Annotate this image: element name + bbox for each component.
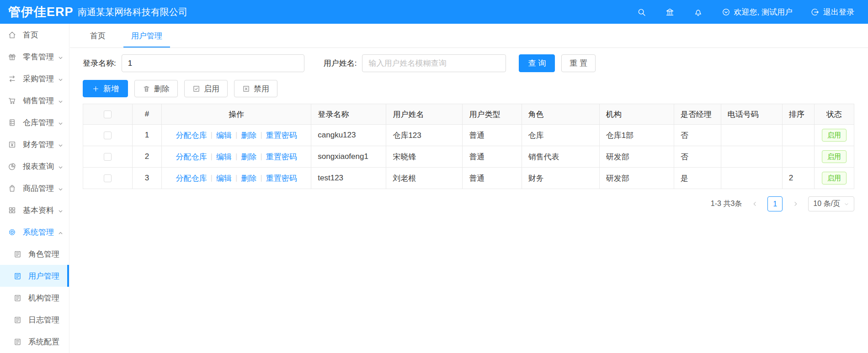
row-index: 2 bbox=[133, 146, 162, 168]
sidebar-item-label: 报表查询 bbox=[23, 161, 54, 172]
login-name-label: 登录名称: bbox=[83, 58, 116, 68]
disable-button[interactable]: 禁用 bbox=[234, 80, 277, 97]
col-status: 状态 bbox=[814, 104, 854, 125]
chevron-down-icon bbox=[58, 98, 64, 104]
sidebar-item-user-mgmt[interactable]: 用户管理 bbox=[0, 265, 69, 287]
sidebar-item-log-mgmt[interactable]: 日志管理 bbox=[0, 309, 69, 331]
status-badge: 启用 bbox=[822, 150, 847, 163]
sidebar-item-org-mgmt[interactable]: 机构管理 bbox=[0, 287, 69, 309]
prev-page-button[interactable] bbox=[748, 197, 761, 211]
grid-icon bbox=[8, 206, 16, 215]
app-logo[interactable]: 管伊佳ERP bbox=[0, 4, 69, 20]
link-divider: | bbox=[235, 152, 237, 161]
doc-icon bbox=[13, 294, 22, 302]
sidebar-item-system-config[interactable]: 系统配置 bbox=[0, 331, 69, 353]
row-checkbox[interactable] bbox=[104, 132, 112, 139]
col-phone: 电话号码 bbox=[721, 104, 782, 125]
cell-user-name: 宋晓锋 bbox=[386, 146, 463, 168]
row-index: 1 bbox=[133, 125, 162, 146]
cell-org: 仓库1部 bbox=[599, 125, 674, 146]
cell-user-type: 普通 bbox=[463, 146, 522, 168]
enable-button[interactable]: 启用 bbox=[184, 80, 228, 97]
sidebar-item-label: 零售管理 bbox=[23, 52, 54, 62]
sidebar-item-label: 基本资料 bbox=[23, 205, 54, 216]
tab-home[interactable]: 首页 bbox=[82, 24, 113, 47]
reset-password-link[interactable]: 重置密码 bbox=[266, 130, 297, 141]
page-size-select[interactable]: 10 条/页 bbox=[808, 196, 854, 211]
assign-warehouse-link[interactable]: 分配仓库 bbox=[176, 173, 207, 184]
sidebar-item-label: 机构管理 bbox=[28, 293, 59, 303]
sidebar-item-purchase[interactable]: 采购管理 bbox=[0, 68, 69, 90]
reset-button[interactable]: 重 置 bbox=[561, 54, 596, 72]
row-checkbox[interactable] bbox=[104, 174, 112, 182]
sidebar-item-finance[interactable]: 财务管理 bbox=[0, 133, 69, 155]
main-area: 首页 用户管理 登录名称: 用户姓名: 查 询 重 置 新增 删除 bbox=[70, 24, 868, 353]
sidebar-item-home[interactable]: 首页 bbox=[0, 24, 69, 46]
sidebar-item-label: 系统管理 bbox=[23, 227, 54, 237]
link-divider: | bbox=[235, 174, 237, 183]
purchase-icon bbox=[8, 74, 16, 83]
delete-link[interactable]: 删除 bbox=[241, 152, 256, 162]
cell-phone bbox=[721, 125, 782, 146]
page-number-button[interactable]: 1 bbox=[767, 196, 783, 211]
edit-link[interactable]: 编辑 bbox=[216, 173, 232, 184]
sidebar-item-warehouse[interactable]: 仓库管理 bbox=[0, 111, 69, 133]
logout-icon bbox=[811, 8, 820, 16]
bell-icon[interactable] bbox=[693, 7, 703, 17]
chevron-down-icon bbox=[58, 54, 64, 60]
welcome-text: 欢迎您, 测试用户 bbox=[734, 7, 793, 17]
sidebar-item-reports[interactable]: 报表查询 bbox=[0, 155, 69, 177]
cell-phone bbox=[721, 168, 782, 189]
reset-password-link[interactable]: 重置密码 bbox=[266, 173, 297, 184]
cell-sort: 2 bbox=[782, 168, 814, 189]
sidebar-item-label: 用户管理 bbox=[28, 271, 59, 281]
next-page-button[interactable] bbox=[788, 197, 802, 211]
search-form: 登录名称: 用户姓名: 查 询 重 置 bbox=[83, 54, 854, 72]
search-icon[interactable] bbox=[637, 7, 647, 17]
page-size-value: 10 条/页 bbox=[813, 199, 840, 209]
select-all-checkbox[interactable] bbox=[104, 111, 112, 118]
add-button[interactable]: 新增 bbox=[83, 80, 128, 97]
assign-warehouse-link[interactable]: 分配仓库 bbox=[176, 152, 207, 162]
status-badge: 启用 bbox=[822, 129, 847, 142]
sidebar-item-role-mgmt[interactable]: 角色管理 bbox=[0, 243, 69, 265]
trash-icon bbox=[143, 85, 150, 93]
tab-bar: 首页 用户管理 bbox=[70, 24, 868, 48]
query-button[interactable]: 查 询 bbox=[519, 54, 555, 72]
chevron-down-icon bbox=[58, 76, 64, 82]
logout-label: 退出登录 bbox=[823, 7, 854, 17]
edit-link[interactable]: 编辑 bbox=[216, 152, 232, 162]
assign-warehouse-link[interactable]: 分配仓库 bbox=[176, 130, 207, 141]
link-divider: | bbox=[211, 174, 213, 183]
company-name: 南通某某网络科技有限公司 bbox=[78, 6, 187, 18]
user-name-input[interactable] bbox=[362, 54, 506, 72]
chevron-right-icon bbox=[793, 201, 799, 207]
cell-login-name: songxiaofeng1 bbox=[311, 146, 386, 168]
delete-link[interactable]: 删除 bbox=[241, 173, 256, 184]
sidebar-item-sales[interactable]: 销售管理 bbox=[0, 90, 69, 111]
tab-label: 用户管理 bbox=[131, 31, 162, 41]
edit-link[interactable]: 编辑 bbox=[216, 130, 232, 141]
sidebar-item-label: 首页 bbox=[23, 30, 38, 40]
row-checkbox[interactable] bbox=[104, 153, 112, 161]
tab-user-mgmt[interactable]: 用户管理 bbox=[123, 24, 170, 47]
pie-chart-icon bbox=[8, 162, 16, 171]
sidebar-item-system[interactable]: 系统管理 bbox=[0, 221, 69, 243]
user-menu[interactable]: 欢迎您, 测试用户 bbox=[722, 7, 793, 17]
login-name-input[interactable] bbox=[122, 54, 304, 72]
user-name-label: 用户姓名: bbox=[324, 58, 357, 68]
delete-link[interactable]: 删除 bbox=[241, 130, 256, 141]
user-circle-icon bbox=[722, 8, 730, 16]
delete-button[interactable]: 删除 bbox=[134, 80, 178, 97]
col-is-manager: 是否经理 bbox=[674, 104, 721, 125]
bank-icon[interactable] bbox=[665, 7, 675, 17]
reset-password-link[interactable]: 重置密码 bbox=[266, 152, 297, 162]
pagination: 1-3 共3条 1 10 条/页 bbox=[83, 196, 854, 211]
cell-login-name: cangku123 bbox=[311, 125, 386, 146]
sidebar-item-label: 采购管理 bbox=[23, 74, 54, 84]
sidebar-item-retail[interactable]: 零售管理 bbox=[0, 46, 69, 68]
sidebar-item-goods[interactable]: 商品管理 bbox=[0, 177, 69, 199]
tab-label: 首页 bbox=[90, 31, 106, 41]
sidebar-item-basic-data[interactable]: 基本资料 bbox=[0, 199, 69, 221]
logout-button[interactable]: 退出登录 bbox=[811, 7, 854, 17]
